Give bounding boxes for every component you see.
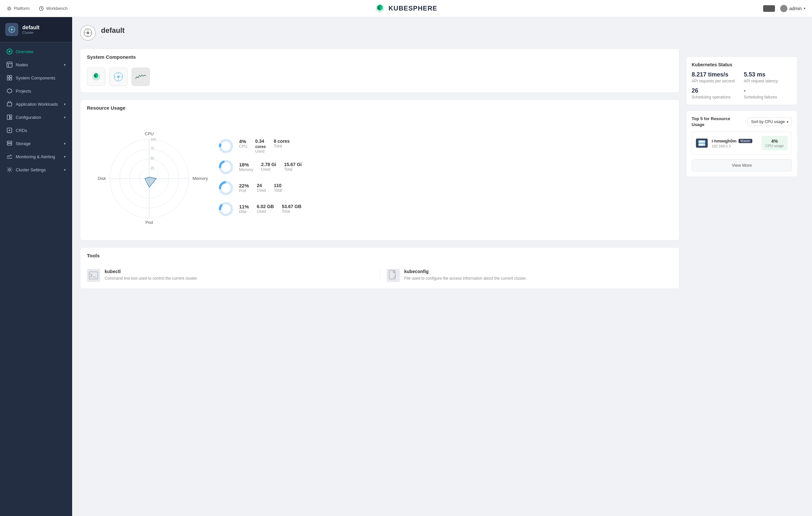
sidebar-item-storage[interactable]: Storage ▾	[0, 137, 72, 150]
k8s-scheduling-failures-val: -	[744, 87, 792, 94]
memory-used-val: 2.78 Gi	[261, 162, 276, 167]
cpu-total-lbl: Total	[273, 144, 290, 148]
memory-total-lbl: Total	[284, 167, 302, 172]
component-icon-kubesphere[interactable]	[87, 67, 105, 86]
node-server-icon	[696, 138, 708, 148]
cluster-name: default	[22, 25, 39, 30]
nodes-icon	[6, 62, 12, 67]
pod-used-val: 24	[257, 183, 262, 188]
k8s-scheduling-ops: 26 Scheduling operations	[692, 87, 740, 100]
configuration-chevron-icon: ▾	[64, 115, 66, 119]
cpu-used-lbl: Used	[255, 149, 266, 154]
brand-name: KUBESPHERE	[388, 5, 437, 12]
sidebar-cluster-settings-label: Cluster Settings	[16, 167, 46, 172]
k8s-api-latency-val: 5.53 ms	[744, 71, 792, 78]
sidebar-item-monitoring[interactable]: Monitoring & Alerting ▾	[0, 150, 72, 163]
donut-cpu	[218, 138, 234, 154]
k8s-api-rps-val: 8.217 times/s	[692, 71, 740, 78]
svg-rect-17	[7, 76, 9, 78]
svg-text:50: 50	[150, 157, 154, 160]
kubeconfig-name: kubeconfig	[404, 269, 527, 274]
view-more-button[interactable]: View More	[692, 159, 792, 171]
svg-point-41	[117, 76, 120, 78]
user-avatar	[780, 5, 787, 12]
brand: KUBESPHERE	[375, 3, 437, 14]
user-menu[interactable]: admin ▾	[780, 5, 806, 12]
cpu-pct: 4%	[239, 138, 247, 144]
memory-total-val: 15.67 Gi	[284, 162, 302, 167]
topnav: Platform Workbench KUBESPHERE admin ▾	[0, 0, 812, 17]
pod-used-lbl: Used	[257, 188, 266, 193]
sort-label: Sort by CPU usage	[751, 119, 785, 124]
svg-text:Memory: Memory	[193, 176, 208, 181]
sidebar-overview-label: Overview	[16, 49, 33, 54]
svg-rect-14	[7, 62, 12, 67]
sidebar-item-app-workloads[interactable]: Application Workloads ▾	[0, 98, 72, 111]
app-workloads-chevron-icon: ▾	[64, 102, 66, 106]
svg-point-13	[8, 51, 10, 53]
donut-memory	[218, 159, 234, 175]
cluster-header[interactable]: default Cluster	[0, 17, 72, 42]
node-info: i-hmwqjh0m Master 192.168.0.3	[712, 138, 758, 148]
nodes-top5-label: Top 5 for ResourceUsage	[692, 116, 730, 128]
sidebar-crds-label: CRDs	[16, 128, 27, 133]
k8s-scheduling-ops-val: 26	[692, 87, 740, 94]
sidebar-storage-label: Storage	[16, 141, 31, 146]
node-item: i-hmwqjh0m Master 192.168.0.3 4% CPU usa…	[692, 132, 792, 155]
svg-point-31	[87, 31, 89, 34]
system-components-card: System Components	[80, 49, 679, 93]
platform-nav[interactable]: Platform	[6, 6, 30, 11]
memory-label: Memory	[239, 167, 253, 172]
radar-chart: 25 50 75 100	[87, 121, 211, 234]
disk-used-lbl: Used	[257, 209, 274, 214]
svg-text:Disk: Disk	[98, 176, 106, 181]
stat-row-pod: 22% Pod 24 Used 110 Tota	[218, 180, 673, 196]
svg-text:Pod: Pod	[145, 220, 153, 225]
memory-pct: 18%	[239, 162, 253, 167]
tool-kubeconfig: kubeconfig File used to configure the ac…	[387, 269, 673, 282]
k8s-status-card: Kubernetes Status 8.217 times/s API requ…	[686, 56, 798, 105]
workbench-label: Workbench	[46, 6, 67, 11]
resource-usage-card: Resource Usage	[80, 100, 679, 241]
sidebar-item-system-components[interactable]: System Components	[0, 71, 72, 84]
sidebar-item-nodes[interactable]: Nodes ▾	[0, 58, 72, 71]
sidebar-item-cluster-settings[interactable]: Cluster Settings ▾	[0, 163, 72, 176]
resource-usage-title: Resource Usage	[80, 100, 679, 114]
pod-label: Pod	[239, 188, 249, 193]
nodes-header: Top 5 for ResourceUsage Sort by CPU usag…	[692, 116, 792, 128]
brand-logo-icon	[375, 3, 385, 14]
projects-icon	[6, 88, 12, 94]
sidebar-item-projects[interactable]: Projects	[0, 84, 72, 98]
component-icon-helm[interactable]	[109, 67, 127, 86]
stat-row-cpu: 4% CPU 0.34 cores Used 8	[218, 138, 673, 154]
cluster-icon	[5, 23, 18, 36]
tools-card: Tools kubectl	[80, 247, 679, 289]
disk-total-val-1: 53.67 GB	[282, 204, 301, 209]
k8s-api-rps-lbl: API requests per second	[692, 79, 740, 83]
workbench-nav[interactable]: Workbench	[39, 6, 67, 11]
pod-total-lbl: Total	[274, 188, 282, 193]
k8s-api-latency: 5.53 ms API request latency	[744, 71, 792, 83]
k8s-stats-grid: 8.217 times/s API requests per second 5.…	[692, 71, 792, 100]
stat-row-memory: 18% Memory 2.78 Gi Used 15.67 Gi	[218, 159, 673, 175]
overview-icon	[6, 49, 12, 54]
storage-icon	[6, 140, 12, 146]
theme-toggle[interactable]	[763, 5, 775, 12]
sidebar-nodes-label: Nodes	[16, 62, 28, 67]
sidebar-item-crds[interactable]: CRDs	[0, 124, 72, 137]
svg-text:25: 25	[150, 166, 154, 170]
memory-used-lbl: Used	[261, 167, 276, 172]
svg-point-0	[8, 7, 10, 9]
component-icon-monitoring[interactable]	[132, 67, 150, 86]
sort-dropdown[interactable]: Sort by CPU usage ▾	[747, 117, 792, 126]
gear-icon	[6, 6, 12, 11]
k8s-api-rps: 8.217 times/s API requests per second	[692, 71, 740, 83]
disk-label: Disk	[239, 210, 249, 214]
stat-row-disk: 11% Disk 6.02 GB Used 53.67 GB	[218, 201, 673, 217]
sidebar-item-configuration[interactable]: Configuration ▾	[0, 111, 72, 124]
sidebar-item-overview[interactable]: Overview	[0, 45, 72, 58]
resource-stats: 4% CPU 0.34 cores Used 8	[218, 138, 673, 217]
svg-rect-24	[10, 115, 12, 117]
cluster-settings-chevron-icon: ▾	[64, 168, 66, 172]
kubectl-name: kubectl	[105, 269, 198, 274]
